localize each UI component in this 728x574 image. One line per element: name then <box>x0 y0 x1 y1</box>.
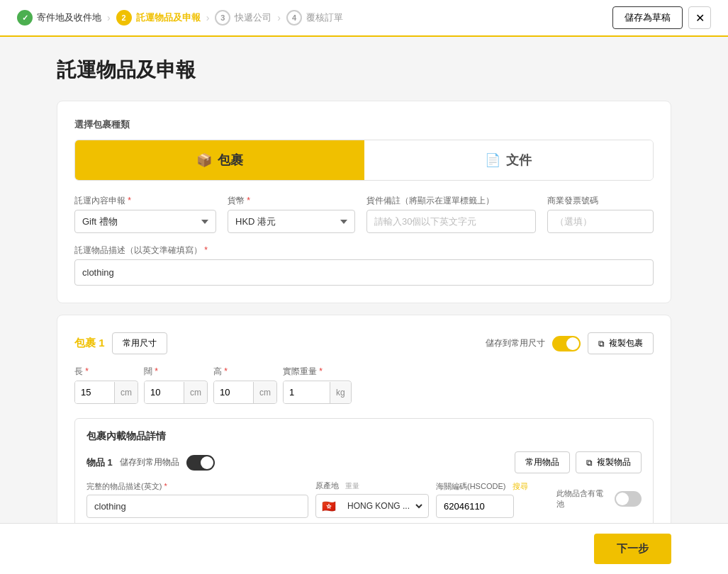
item-desc-input[interactable] <box>86 495 308 518</box>
item-origin-group: 原產地 重量 🇭🇰 HONG KONG ... <box>315 480 429 518</box>
item-desc-group: 完整的物品描述(英文) * <box>86 481 308 518</box>
step-arrow-1: › <box>107 12 111 23</box>
step-2-label: 託運物品及申報 <box>136 11 201 24</box>
hscode-group: 海關編碼(HSCODE) 搜尋 <box>436 481 549 518</box>
weight-input-wrap: kg <box>283 381 352 404</box>
weight-label: 實際重量 * <box>283 366 352 378</box>
duplicate-item-button[interactable]: ⧉ 複製物品 <box>576 451 642 473</box>
height-input-wrap: cm <box>213 381 277 404</box>
step-4[interactable]: 4 覆核訂單 <box>286 10 343 26</box>
common-size-button[interactable]: 常用尺寸 <box>112 332 167 354</box>
step-3[interactable]: 3 快遞公司 <box>215 10 271 26</box>
step-2[interactable]: 2 託運物品及申報 <box>116 10 201 26</box>
desc-field-group: 託運物品描述（以英文準確填寫） * <box>74 244 654 286</box>
pkg-option-parcel[interactable]: 📦 包裹 <box>75 140 364 180</box>
items-header: 包裹內載物品詳情 <box>86 430 642 443</box>
width-unit: cm <box>184 382 207 403</box>
item-fields-row-1: 完整的物品描述(英文) * 原產地 重量 🇭🇰 HONG KONG . <box>86 480 642 518</box>
battery-label: 此物品含有電池 <box>556 488 609 510</box>
notes-field-group: 貨件備註（將顯示在運單標籤上） <box>366 195 536 233</box>
notes-label: 貨件備註（將顯示在運單標籤上） <box>366 195 536 207</box>
duplicate-box-button[interactable]: ⧉ 複製包裹 <box>588 332 654 354</box>
origin-select-wrap: 🇭🇰 HONG KONG ... <box>315 494 429 518</box>
width-input[interactable] <box>145 381 184 403</box>
weight-input[interactable] <box>284 381 330 403</box>
invoice-field-group: 商業發票號碼 <box>547 195 654 233</box>
package-type-selector: 📦 包裹 📄 文件 <box>74 140 654 181</box>
item-row-right: 常用物品 ⧉ 複製物品 <box>515 451 642 473</box>
copy-item-icon: ⧉ <box>586 458 593 468</box>
notes-input[interactable] <box>366 210 536 233</box>
hscode-input[interactable] <box>436 495 514 518</box>
step-4-label: 覆核訂單 <box>306 11 343 24</box>
height-input[interactable] <box>214 381 253 403</box>
step-1-circle: ✓ <box>17 10 33 26</box>
invoice-label: 商業發票號碼 <box>547 195 654 207</box>
width-input-wrap: cm <box>144 381 208 404</box>
desc-required: * <box>204 245 208 255</box>
height-unit: cm <box>253 382 276 403</box>
content-select[interactable]: Gift 禮物 <box>74 210 216 233</box>
height-label: 高 * <box>213 366 277 378</box>
footer-bar: 下一步 <box>0 523 728 574</box>
currency-label: 貨幣 * <box>228 195 355 207</box>
box-header: 包裹 1 常用尺寸 儲存到常用尺寸 ⧉ 複製包裹 <box>74 332 654 354</box>
hscode-label: 海關編碼(HSCODE) 搜尋 <box>436 481 549 492</box>
save-common-size-label: 儲存到常用尺寸 <box>486 337 545 349</box>
width-group: 闊 * cm <box>144 366 208 404</box>
item-row-left: 物品 1 儲存到常用物品 <box>86 455 215 471</box>
step-3-label: 快遞公司 <box>235 11 271 24</box>
parcel-label: 包裹 <box>218 152 243 169</box>
page-title: 託運物品及申報 <box>57 57 671 84</box>
hscode-search-link[interactable]: 搜尋 <box>513 482 528 490</box>
common-item-button[interactable]: 常用物品 <box>515 451 570 473</box>
step-3-circle: 3 <box>215 10 230 26</box>
length-input[interactable] <box>75 381 114 403</box>
origin-country-select[interactable]: HONG KONG ... <box>342 495 425 517</box>
step-arrow-3: › <box>277 12 281 23</box>
shipment-form-row-1: 託運內容申報 * Gift 禮物 貨幣 * HKD 港元 貨件備註（將顯示在運單… <box>74 195 654 233</box>
item-origin-label: 原產地 重量 <box>315 480 429 491</box>
package-type-card: 選擇包裹種類 📦 包裹 📄 文件 託運內容申報 * Gift 禮物 <box>57 101 671 303</box>
box-header-left: 包裹 1 常用尺寸 <box>74 332 167 354</box>
next-button[interactable]: 下一步 <box>594 534 671 564</box>
battery-toggle-group: 此物品含有電池 <box>556 488 642 518</box>
weight-unit: kg <box>330 382 351 403</box>
stepper: ✓ 寄件地及收件地 › 2 託運物品及申報 › 3 快遞公司 › 4 覆核訂單 <box>17 10 343 26</box>
currency-field-group: 貨幣 * HKD 港元 <box>228 195 355 233</box>
top-bar: ✓ 寄件地及收件地 › 2 託運物品及申報 › 3 快遞公司 › 4 覆核訂單 … <box>0 0 728 37</box>
battery-toggle-wrap: 此物品含有電池 <box>556 488 642 510</box>
document-label: 文件 <box>506 152 532 169</box>
content-required: * <box>128 196 131 206</box>
save-common-toggle[interactable] <box>552 336 581 351</box>
save-item-toggle[interactable] <box>186 455 215 471</box>
box-header-right: 儲存到常用尺寸 ⧉ 複製包裹 <box>486 332 654 354</box>
length-group: 長 * cm <box>74 366 138 404</box>
item-label: 物品 1 <box>86 456 113 469</box>
desc-label: 託運物品描述（以英文準確填寫） * <box>74 244 654 257</box>
length-input-wrap: cm <box>74 381 138 404</box>
document-icon: 📄 <box>485 152 500 168</box>
hk-flag-icon: 🇭🇰 <box>316 500 342 513</box>
length-unit: cm <box>114 382 138 403</box>
dimension-row: 長 * cm 闊 * cm 高 <box>74 366 654 404</box>
content-field-group: 託運內容申報 * Gift 禮物 <box>74 195 216 233</box>
main-content: 託運物品及申報 選擇包裹種類 📦 包裹 📄 文件 託運內容申報 * Gift 禮… <box>0 37 728 574</box>
invoice-input[interactable] <box>547 210 654 233</box>
step-1[interactable]: ✓ 寄件地及收件地 <box>17 10 101 26</box>
battery-toggle[interactable] <box>615 491 642 507</box>
copy-icon: ⧉ <box>598 339 605 349</box>
currency-select[interactable]: HKD 港元 <box>228 210 355 233</box>
desc-input[interactable] <box>74 259 654 286</box>
top-bar-actions: 儲存為草稿 ✕ <box>612 6 711 29</box>
step-arrow-2: › <box>206 12 210 23</box>
pkg-option-document[interactable]: 📄 文件 <box>364 140 654 180</box>
length-label: 長 * <box>74 366 138 378</box>
close-button[interactable]: ✕ <box>688 6 711 29</box>
save-draft-button[interactable]: 儲存為草稿 <box>612 6 683 29</box>
item-row-header: 物品 1 儲存到常用物品 常用物品 ⧉ 複製物品 <box>86 451 642 473</box>
step-2-circle: 2 <box>116 10 132 26</box>
weight-group: 實際重量 * kg <box>283 366 352 404</box>
box-title: 包裹 1 <box>74 337 105 350</box>
parcel-icon: 📦 <box>196 152 212 168</box>
